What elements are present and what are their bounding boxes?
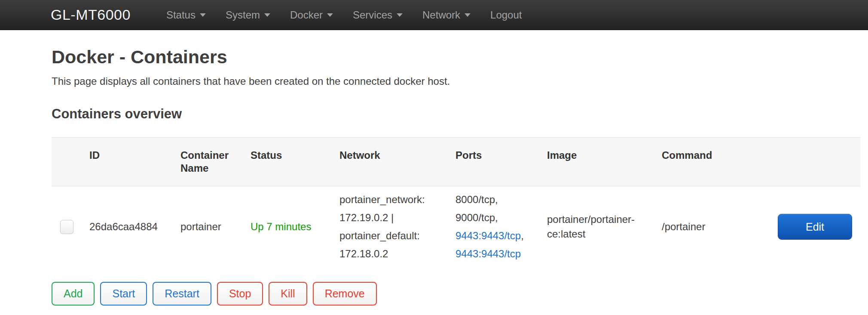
nav-item-label: Services xyxy=(353,9,392,21)
nav-item-label: System xyxy=(226,9,260,21)
cell-edit: Edit xyxy=(778,186,861,268)
nav-item-label: Network xyxy=(422,9,460,21)
start-button[interactable]: Start xyxy=(100,282,147,306)
cell-container-name: portainer xyxy=(180,186,251,268)
header-id: ID xyxy=(89,138,180,186)
remove-button[interactable]: Remove xyxy=(313,282,377,306)
header-network: Network xyxy=(339,138,455,186)
nav-item-system[interactable]: System xyxy=(216,0,280,30)
header-checkbox-column xyxy=(52,138,89,186)
port-entry: 9000/tcp, xyxy=(455,212,498,223)
nav-item-docker[interactable]: Docker xyxy=(280,0,343,30)
nav-item-services[interactable]: Services xyxy=(343,0,413,30)
top-navbar: GL-MT6000 Status System Docker Services … xyxy=(0,0,868,30)
stop-button[interactable]: Stop xyxy=(217,282,263,306)
containers-table: ID Container Name Status Network Ports I… xyxy=(52,137,861,267)
edit-button[interactable]: Edit xyxy=(778,214,852,240)
table-row: 26da6caa4884 portainer Up 7 minutes port… xyxy=(52,186,861,268)
header-image: Image xyxy=(547,138,662,186)
kill-button[interactable]: Kill xyxy=(269,282,307,306)
container-actions-toolbar: Add Start Restart Stop Kill Remove xyxy=(52,282,861,306)
port-link[interactable]: 9443:9443/tcp xyxy=(455,230,521,241)
restart-button[interactable]: Restart xyxy=(153,282,211,306)
page-description: This page displays all containers that h… xyxy=(52,75,861,87)
nav-item-network[interactable]: Network xyxy=(413,0,480,30)
nav-item-label: Status xyxy=(166,9,196,21)
port-separator: , xyxy=(521,230,524,241)
page-content: Docker - Containers This page displays a… xyxy=(0,46,868,306)
add-button[interactable]: Add xyxy=(52,282,95,306)
header-ports: Ports xyxy=(455,138,547,186)
dropdown-caret-icon xyxy=(397,13,403,17)
row-select-checkbox[interactable] xyxy=(60,220,73,234)
header-status: Status xyxy=(251,138,339,186)
cell-ports: 8000/tcp, 9000/tcp, 9443:9443/tcp, 9443:… xyxy=(455,186,547,268)
port-link[interactable]: 9443:9443/tcp xyxy=(455,248,521,259)
nav-item-label: Docker xyxy=(290,9,323,21)
dropdown-caret-icon xyxy=(264,13,270,17)
page-title: Docker - Containers xyxy=(52,46,861,68)
nav-item-logout[interactable]: Logout xyxy=(480,0,532,30)
nav-item-status[interactable]: Status xyxy=(156,0,216,30)
header-actions-column xyxy=(778,138,861,186)
cell-container-id: 26da6caa4884 xyxy=(89,186,180,268)
section-heading-containers-overview: Containers overview xyxy=(52,106,861,122)
cell-status: Up 7 minutes xyxy=(251,186,339,268)
cell-image: portainer/portainer-ce:latest xyxy=(547,186,662,268)
nav-item-label: Logout xyxy=(490,9,522,21)
header-command: Command xyxy=(662,138,778,186)
dropdown-caret-icon xyxy=(465,13,471,17)
dropdown-caret-icon xyxy=(200,13,206,17)
port-entry: 8000/tcp, xyxy=(455,194,498,205)
row-select-cell xyxy=(52,186,89,268)
brand-logo[interactable]: GL-MT6000 xyxy=(51,6,131,23)
cell-network: portainer_network: 172.19.0.2 | portaine… xyxy=(339,186,455,268)
nav-menu: Status System Docker Services Network Lo… xyxy=(156,0,532,30)
header-container-name: Container Name xyxy=(180,138,251,186)
cell-command: /portainer xyxy=(662,186,778,268)
table-header-row: ID Container Name Status Network Ports I… xyxy=(52,138,861,186)
dropdown-caret-icon xyxy=(327,13,333,17)
